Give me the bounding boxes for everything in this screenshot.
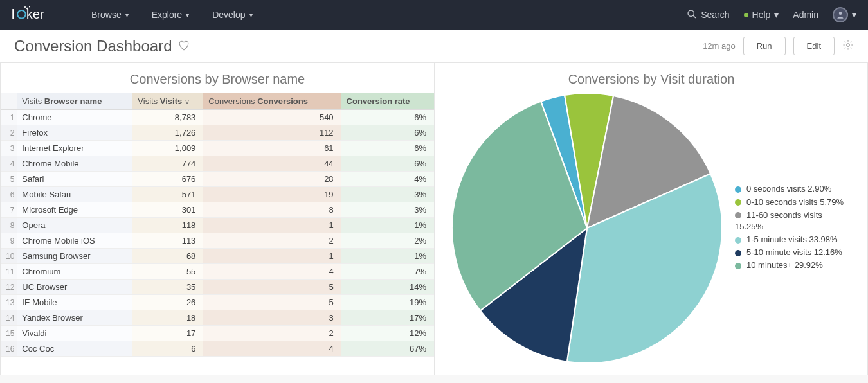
col-rate[interactable]: Conversion rate (341, 93, 434, 110)
chart-legend: 0 seconds visits 2.90%0-10 seconds visit… (735, 183, 851, 272)
cell-conversions: 2 (203, 233, 341, 249)
chart-title: Conversions by Visit duration (435, 63, 867, 93)
row-index: 1 (1, 110, 17, 125)
nav-browse[interactable]: Browse▾ (91, 10, 129, 20)
table-row[interactable]: 2Firefox1,7261126% (1, 125, 434, 141)
legend-item[interactable]: 1-5 minute visits 33.98% (735, 234, 851, 245)
cell-browser: Yandex Browser (17, 310, 132, 326)
col-visits[interactable]: Visits Visits∨ (132, 93, 203, 110)
chevron-down-icon: ▾ (852, 10, 856, 20)
chevron-down-icon: ▾ (125, 12, 129, 19)
chart-wrap: 0 seconds visits 2.90%0-10 seconds visit… (435, 93, 867, 363)
legend-item[interactable]: 5-10 minute visits 12.16% (735, 247, 851, 258)
cell-visits: 1,726 (132, 125, 203, 141)
cell-visits: 571 (132, 187, 203, 202)
cell-visits: 118 (132, 218, 203, 233)
legend-label: 0-10 seconds visits 5.79% (746, 197, 844, 207)
table-row[interactable]: 15Vivaldi17212% (1, 326, 434, 341)
cell-rate: 6% (341, 125, 434, 141)
cell-visits: 113 (132, 233, 203, 249)
table-row[interactable]: 7Microsoft Edge30183% (1, 202, 434, 218)
cell-browser: Chrome Mobile (17, 156, 132, 172)
svg-point-9 (847, 44, 850, 47)
cell-conversions: 1 (203, 218, 341, 233)
row-index: 5 (1, 172, 17, 187)
nav-user-menu[interactable]: ▾ (833, 7, 856, 22)
legend-swatch-icon (735, 199, 741, 206)
cell-browser: Firefox (17, 125, 132, 141)
svg-line-7 (693, 15, 696, 18)
cell-conversions: 5 (203, 280, 341, 295)
legend-item[interactable]: 10 minutes+ 29.92% (735, 260, 851, 271)
timestamp: 12m ago (703, 41, 736, 51)
legend-label: 1-5 minute visits 33.98% (746, 235, 838, 244)
table-row[interactable]: 8Opera11811% (1, 218, 434, 233)
cell-visits: 6 (132, 341, 203, 357)
row-index: 8 (1, 218, 17, 233)
legend-item[interactable]: 0 seconds visits 2.90% (735, 183, 851, 195)
settings-button[interactable] (842, 39, 854, 53)
legend-item[interactable]: 11-60 seconds visits 15.25% (735, 209, 851, 233)
legend-swatch-icon (735, 212, 741, 218)
nav-explore[interactable]: Explore▾ (152, 10, 189, 20)
legend-label: 11-60 seconds visits 15.25% (735, 210, 822, 231)
cell-conversions: 2 (203, 326, 341, 341)
pie-chart[interactable] (452, 93, 722, 363)
edit-button[interactable]: Edit (793, 37, 835, 55)
cell-conversions: 19 (203, 187, 341, 202)
cell-rate: 6% (341, 156, 434, 172)
cell-rate: 3% (341, 187, 434, 202)
cell-visits: 676 (132, 172, 203, 187)
table-row[interactable]: 14Yandex Browser18317% (1, 310, 434, 326)
col-browser-name[interactable]: Visits Browser name (17, 93, 132, 110)
avatar-icon (833, 7, 848, 22)
dashboard-header: Conversion Dashboard 12m ago Run Edit (0, 30, 868, 63)
cell-visits: 301 (132, 202, 203, 218)
cell-browser: Safari (17, 172, 132, 187)
cell-conversions: 3 (203, 310, 341, 326)
table-row[interactable]: 6Mobile Safari571193% (1, 187, 434, 202)
row-index: 9 (1, 233, 17, 249)
legend-item[interactable]: 0-10 seconds visits 5.79% (735, 197, 851, 208)
legend-label: 5-10 minute visits 12.16% (746, 247, 842, 257)
nav-develop[interactable]: Develop▾ (212, 10, 252, 20)
cell-browser: Coc Coc (17, 341, 132, 357)
table-row[interactable]: 13IE Mobile26519% (1, 295, 434, 310)
row-index: 11 (1, 264, 17, 280)
col-conversions[interactable]: Conversions Conversions (203, 93, 341, 110)
cell-rate: 17% (341, 310, 434, 326)
table-row[interactable]: 12UC Browser35514% (1, 280, 434, 295)
table-row[interactable]: 3Internet Explorer1,009616% (1, 141, 434, 156)
table-row[interactable]: 4Chrome Mobile774446% (1, 156, 434, 172)
cell-conversions: 5 (203, 295, 341, 310)
table-row[interactable]: 1Chrome8,7835406% (1, 110, 434, 125)
cell-rate: 7% (341, 264, 434, 280)
cell-browser: Opera (17, 218, 132, 233)
nav-right: Search Help ▾ Admin ▾ (687, 7, 856, 22)
cell-rate: 6% (341, 141, 434, 156)
chevron-down-icon: ▾ (249, 12, 253, 19)
col-index (1, 93, 17, 110)
cell-rate: 6% (341, 110, 434, 125)
nav-search[interactable]: Search (687, 9, 729, 21)
cell-visits: 774 (132, 156, 203, 172)
nav-help[interactable]: Help ▾ (744, 10, 779, 20)
cell-rate: 19% (341, 295, 434, 310)
cell-conversions: 540 (203, 110, 341, 125)
table-row[interactable]: 16Coc Coc6467% (1, 341, 434, 357)
table-row[interactable]: 9Chrome Mobile iOS11322% (1, 233, 434, 249)
nav-admin[interactable]: Admin (793, 10, 818, 20)
cell-visits: 1,009 (132, 141, 203, 156)
logo[interactable]: lker (12, 6, 66, 24)
cell-rate: 1% (341, 218, 434, 233)
cell-visits: 35 (132, 280, 203, 295)
row-index: 4 (1, 156, 17, 172)
cell-conversions: 28 (203, 172, 341, 187)
cell-browser: Chromium (17, 264, 132, 280)
table-row[interactable]: 5Safari676284% (1, 172, 434, 187)
run-button[interactable]: Run (743, 37, 786, 55)
table-row[interactable]: 11Chromium5547% (1, 264, 434, 280)
heart-icon[interactable] (178, 37, 190, 55)
cell-visits: 55 (132, 264, 203, 280)
table-row[interactable]: 10Samsung Browser6811% (1, 249, 434, 264)
